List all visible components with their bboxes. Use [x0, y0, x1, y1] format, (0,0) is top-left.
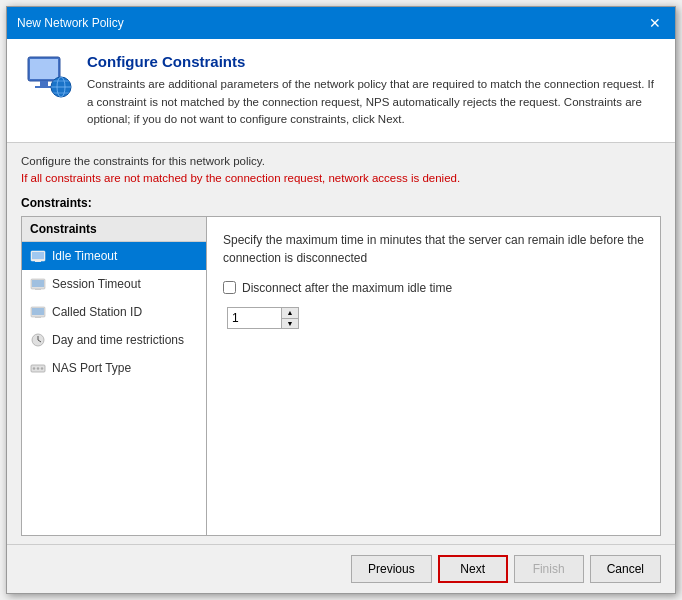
- constraints-container: Constraints Idle Timeout: [21, 216, 661, 536]
- right-panel-description: Specify the maximum time in minutes that…: [223, 231, 644, 267]
- idle-timeout-icon: [30, 248, 46, 264]
- title-bar: New Network Policy ✕: [7, 7, 675, 39]
- sidebar-item-session-timeout[interactable]: Session Timeout: [22, 270, 206, 298]
- svg-rect-17: [35, 317, 41, 318]
- sidebar-item-day-time[interactable]: Day and time restrictions: [22, 326, 206, 354]
- checkbox-row: Disconnect after the maximum idle time: [223, 281, 644, 295]
- spinner-row: ▲ ▼: [227, 307, 644, 329]
- svg-rect-16: [32, 308, 44, 315]
- left-panel: Constraints Idle Timeout: [22, 217, 207, 535]
- spinner-buttons: ▲ ▼: [282, 307, 299, 329]
- info-text: Configure the constraints for this netwo…: [21, 153, 661, 188]
- close-button[interactable]: ✕: [645, 13, 665, 33]
- previous-button[interactable]: Previous: [351, 555, 432, 583]
- idle-timeout-checkbox-label: Disconnect after the maximum idle time: [242, 281, 452, 295]
- constraints-label: Constraints:: [21, 196, 661, 210]
- svg-rect-10: [32, 252, 44, 259]
- header-section: Configure Constraints Constraints are ad…: [7, 39, 675, 143]
- dialog-window: New Network Policy ✕ Configure Constrain…: [6, 6, 676, 593]
- day-time-icon: [30, 332, 46, 348]
- idle-timeout-checkbox[interactable]: [223, 281, 236, 294]
- svg-point-22: [33, 367, 35, 369]
- day-time-label: Day and time restrictions: [52, 333, 184, 347]
- header-text: Configure Constraints Constraints are ad…: [87, 53, 659, 128]
- right-panel: Specify the maximum time in minutes that…: [207, 217, 660, 535]
- svg-point-23: [37, 367, 39, 369]
- nas-port-label: NAS Port Type: [52, 361, 131, 375]
- spinner-down-button[interactable]: ▼: [282, 318, 298, 328]
- svg-rect-13: [32, 280, 44, 287]
- nas-port-icon: [30, 360, 46, 376]
- sidebar-item-called-station-id[interactable]: Called Station ID: [22, 298, 206, 326]
- sidebar-item-nas-port-type[interactable]: NAS Port Type: [22, 354, 206, 382]
- sidebar-item-idle-timeout[interactable]: Idle Timeout: [22, 242, 206, 270]
- svg-point-24: [41, 367, 43, 369]
- idle-timeout-label: Idle Timeout: [52, 249, 117, 263]
- dialog-title: New Network Policy: [17, 16, 124, 30]
- svg-rect-2: [40, 81, 48, 86]
- footer: Previous Next Finish Cancel: [7, 544, 675, 593]
- svg-rect-3: [35, 86, 53, 88]
- info-line1: Configure the constraints for this netwo…: [21, 155, 265, 167]
- svg-rect-1: [30, 59, 58, 79]
- header-icon: [23, 53, 73, 98]
- session-timeout-icon: [30, 276, 46, 292]
- header-title: Configure Constraints: [87, 53, 659, 70]
- svg-rect-11: [35, 261, 41, 262]
- session-timeout-label: Session Timeout: [52, 277, 141, 291]
- called-station-icon: [30, 304, 46, 320]
- left-panel-header: Constraints: [22, 217, 206, 242]
- body-section: Configure the constraints for this netwo…: [7, 143, 675, 544]
- finish-button[interactable]: Finish: [514, 555, 584, 583]
- next-button[interactable]: Next: [438, 555, 508, 583]
- info-line2: If all constraints are not matched by th…: [21, 172, 460, 184]
- header-description: Constraints are additional parameters of…: [87, 76, 659, 128]
- svg-rect-14: [35, 289, 41, 290]
- idle-timeout-spinner-input[interactable]: [227, 307, 282, 329]
- called-station-label: Called Station ID: [52, 305, 142, 319]
- spinner-up-button[interactable]: ▲: [282, 308, 298, 318]
- cancel-button[interactable]: Cancel: [590, 555, 661, 583]
